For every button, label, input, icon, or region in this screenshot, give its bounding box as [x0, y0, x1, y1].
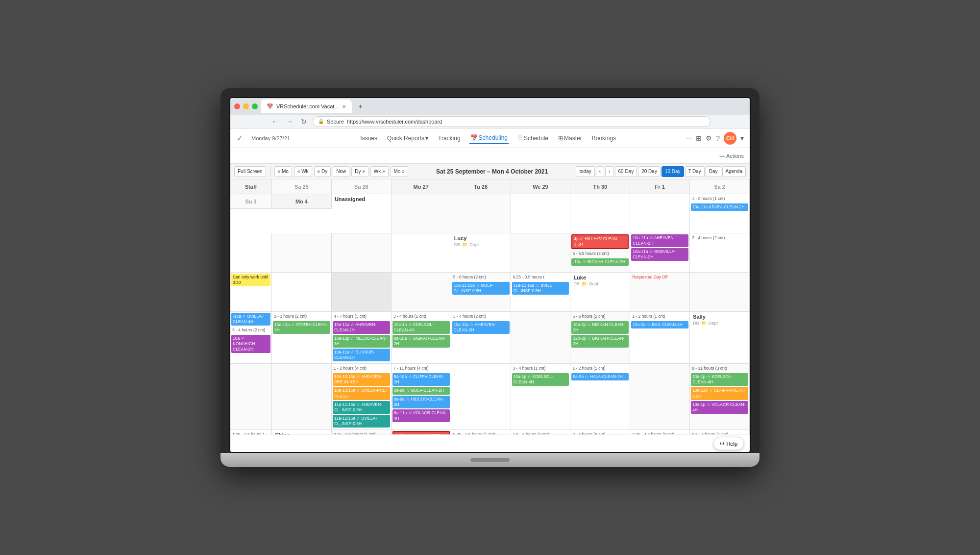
cell-chloe-su26[interactable]: -1:15p ✓ HILLHAV-PRE-CL_INSP-0.5H -4p ✓ … [392, 430, 451, 434]
event-block[interactable]: 11a-11:15a ☆ AHEAVEN-CL_INSP-0.5H [333, 401, 390, 414]
cell-lucy-fr1[interactable] [332, 273, 392, 312]
cell-sally-su3[interactable]: 8 - 11 hours (3 cnt) 10a-1p ☆ KDELSOL-CL… [690, 364, 750, 429]
cell-lucy-sa2[interactable] [392, 273, 451, 312]
cell-lucy-tu28[interactable]: 2 - 4 hours (2 cnt) [690, 233, 750, 273]
cell-lucy-mo4[interactable]: 0.25 - 0.5 hours ( 11a-11:15a ☆ BVILL CL… [511, 273, 571, 312]
nav-schedule[interactable]: ☰ Schedule [516, 133, 549, 144]
cell-chloe-mo27[interactable]: 0.75 - 1.5 hours (1 cnt) 8a-9:15a ☆ GOLF… [451, 430, 511, 434]
event-block[interactable]: 4p ✓ HILLHAV-CLEAN-3.5H [571, 234, 629, 249]
window-close-btn[interactable] [234, 103, 240, 109]
event-block[interactable]: 10a-1p ☆ KDELSOL-CLEAN-4H [512, 373, 569, 386]
event-block[interactable]: 10a-11a ☆ BOBVILLA-CLEAN-2H [631, 248, 688, 261]
more-icon[interactable]: ··· [686, 134, 692, 142]
event-block[interactable]: -10a ☆ BIGKAH-CLEAN-2H [571, 258, 629, 266]
back-btn[interactable]: ← [270, 117, 280, 126]
event-block[interactable]: 11a-11:15a ☆ BVILL CL_INSP-0.5H [512, 282, 569, 295]
event-block[interactable]: 8a-9a ☆ GOLF-CLEAN-2H [392, 387, 450, 394]
event-block[interactable]: 11a-11:15a ☆ GOLF-CL_INSP-0.5H [452, 282, 510, 295]
cell-unassigned-sa25[interactable] [392, 194, 451, 233]
event-block[interactable]: 1 - 2 hours (1 cnt) [691, 195, 748, 202]
event-block[interactable]: 12p-2p ☆ BIGKAH-CLEAN-2H [571, 335, 629, 348]
cell-unassigned-mo27[interactable] [511, 194, 571, 233]
full-screen-btn[interactable]: Full Screen [234, 166, 266, 177]
cell-unassigned-tu28[interactable] [570, 194, 630, 233]
now-btn[interactable]: Now [333, 166, 349, 177]
cell-chloe-we29[interactable]: 2 - 4 hours (8 cnt) 8a-9:15a ☆ STATEV-CL… [570, 430, 630, 434]
wk-next-btn[interactable]: Wk » [370, 166, 389, 177]
cell-luke-mo27[interactable]: -11a ✓ BVILLA-CLEAN-4H 3 - 4 hours (2 cn… [230, 312, 272, 364]
10day-btn[interactable]: 10 Day [662, 166, 684, 177]
cell-sally-mo4[interactable]: 1.25 - 2.5 hours ( 10a-11a ☆ GOLF CL_INS… [230, 430, 272, 434]
event-block[interactable]: 10a-11a ☆ AHEAVEN-CLEAN-2H [631, 234, 688, 247]
event-block[interactable]: 8a-9a ☆ HIDCOV-CLEAN-2H [392, 396, 450, 408]
event-block[interactable]: -11a ✓ BVILLA-CLEAN-4H [231, 313, 270, 326]
window-max-btn[interactable] [252, 103, 258, 109]
nav-scheduling[interactable]: 📅 Scheduling [469, 132, 509, 144]
cell-luke-tu28[interactable]: 2 - 3 hours (2 cnt) 10a-12p ☆ STATEV-CLE… [272, 312, 332, 364]
event-block[interactable]: Requested Day Off [631, 274, 688, 281]
cell-sally-we29[interactable] [451, 364, 511, 429]
wk-prev-btn[interactable]: « Wk [294, 166, 312, 177]
nav-issues[interactable]: Issues [359, 133, 378, 144]
event-block[interactable]: 10a-12p ☆ CLIFFV-PRE-IN-0.5H [691, 387, 748, 400]
reload-btn[interactable]: ↻ [299, 117, 309, 126]
dy-next-btn[interactable]: Dy » [351, 166, 368, 177]
event-block[interactable]: -1:15p ✓ HILLHAV-PRE-CL_INSP-0.5H [392, 431, 450, 434]
window-min-btn[interactable] [243, 103, 249, 109]
cell-sally-tu28[interactable]: 7 - 11 hours (4 cnt) 8a-10a ☆ CLIFFV-CLE… [392, 364, 451, 429]
cell-luke-mo4[interactable]: 1 - 2 hours (1 cnt) 10a-2p ☆ BVIL CLEAN-… [630, 312, 690, 364]
event-block[interactable]: 8a-9a ☆ HALA-CLEAN-2H [571, 373, 629, 380]
cell-sally-sa25[interactable] [230, 364, 272, 429]
event-block[interactable]: 10a-2p ☆ BIGKAH-CLEAN-2H [571, 321, 629, 334]
cell-lucy-su3[interactable]: 5 - 6 hours (2 cnt) 11a-11:15a ☆ GOLF-CL… [451, 273, 511, 312]
20day-btn[interactable]: 20 Day [638, 166, 661, 177]
day-btn[interactable]: Day [706, 166, 721, 177]
nav-tracking[interactable]: Tracking [437, 133, 462, 144]
cell-luke-su26[interactable] [690, 273, 750, 312]
event-block[interactable]: 10a-12p ☆ STATEV-CLEAN-3H [273, 321, 330, 334]
address-bar[interactable]: 🔒 Secure https://www.vrscheduler.com/das… [313, 116, 710, 127]
cell-sally-th30[interactable]: 3 - 4 hours (1 cnt) 10a-1p ☆ KDELSOL-CLE… [511, 364, 571, 429]
cell-unassigned-mo4[interactable] [392, 233, 451, 273]
calendar-container[interactable]: Staff Sa 25 Su 26 Mo 27 Tu 28 We 29 Th 3… [230, 179, 750, 434]
help-icon[interactable]: ? [716, 134, 720, 142]
cell-luke-sa25[interactable]: Requested Day Off [630, 273, 690, 312]
nav-master[interactable]: ⊞ Master [557, 133, 583, 144]
cell-lucy-mo27[interactable]: 10a-11a ☆ AHEAVEN-CLEAN-2H 10a-11a ☆ BOB… [630, 233, 690, 273]
event-block[interactable]: 10a-1p ☆ KDELSOL-CLEAN-4H [392, 321, 450, 334]
help-button[interactable]: ⊙ Help [713, 437, 744, 450]
event-block[interactable]: 10a-1p ☆ VOLACR-CLEAN-4H [691, 401, 748, 414]
tab-close-icon[interactable]: ✕ [342, 104, 346, 109]
cell-sally-fr1[interactable]: 1 - 2 hours (1 cnt) 8a-9a ☆ HALA-CLEAN-2… [570, 364, 630, 429]
event-block[interactable]: 10a-12p ☆ AHEAVEN-CLEAN-2H [452, 321, 510, 334]
event-block[interactable]: 10a-2p ☆ BVIL CLEAN-4H [631, 321, 688, 328]
cell-luke-we29[interactable]: 4 - 7 hours (3 cnt) 10a-11a ☆ AHEAVEN-CL… [332, 312, 392, 364]
cell-sally-mo27[interactable]: 1 - 2 hours (4 cnt) 10a-10:15a ☆ AHEAVEN… [332, 364, 392, 429]
cell-luke-su3[interactable]: 5 - 6 hours (2 cnt) 10a-2p ☆ BIGKAH-CLEA… [570, 312, 630, 364]
cell-chloe-th30[interactable]: 2.25 - 4.5 hours (9 cnt) 8a-9:15a ☆ AHEA… [630, 430, 690, 434]
event-block[interactable]: 10a-11a KPARA-CLEAN-2H [691, 203, 748, 211]
cell-chloe-fr1[interactable]: 0.5 - 1 hours (1 cnt) 9a-9:15a ☆ KPARA-C… [690, 430, 750, 434]
cell-lucy-sa25[interactable] [511, 233, 571, 273]
grid-icon[interactable]: ⊞ [696, 134, 702, 142]
mo-next-btn[interactable]: Mo » [391, 166, 408, 177]
cell-lucy-su26[interactable]: 4p ✓ HILLHAV-CLEAN-3.5H 5 - 5.5 hours (2… [570, 233, 630, 273]
event-block[interactable]: 8a-11a ☆ VOLACR-CLEAN-4H [392, 409, 450, 422]
settings-icon[interactable]: ⚙ [706, 134, 712, 142]
event-block[interactable]: 11a-11:15a ☆ BVILLA-CL_INSP-0.5H [333, 415, 390, 428]
event-block[interactable]: 10a ✓ KONAHIGH-CLEAN-2H [231, 335, 270, 353]
next-btn[interactable]: › [605, 166, 613, 177]
event-block[interactable]: 10a-10:15a ☆ BVILLA-PRE-IN-0.5H [333, 387, 390, 400]
cell-lucy-we29[interactable]: Can only work until 3:30 [230, 273, 272, 312]
cell-lucy-th30[interactable] [272, 273, 332, 312]
mo-prev-btn[interactable]: « Mo [274, 166, 292, 177]
7day-btn[interactable]: 7 Day [685, 166, 705, 177]
cell-luke-sa2[interactable] [511, 312, 571, 364]
event-block[interactable]: 10a-1p ☆ KDELSOL-CLEAN-4H [691, 373, 748, 386]
event-block[interactable]: 10a-11a ☆ AHEAVEN-CLEAN-2H [333, 321, 390, 334]
forward-btn[interactable]: → [284, 117, 295, 126]
cell-unassigned-su3[interactable] [332, 233, 392, 273]
nav-quick-reports[interactable]: Quick Reports ▾ [386, 133, 429, 144]
cell-unassigned-sa2[interactable] [272, 233, 332, 273]
event-block[interactable]: 10a-10:15a ☆ AHEAVEN-PRE-IN-0.5H [333, 373, 390, 386]
